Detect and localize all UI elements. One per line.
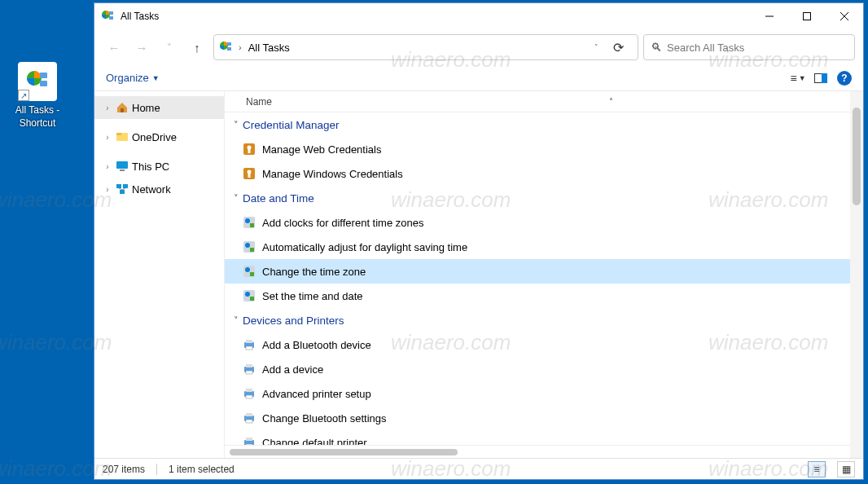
list-item[interactable]: Add a Bluetooth device — [225, 332, 863, 357]
column-header-row[interactable]: Name ˄ — [225, 91, 863, 112]
control-panel-icon — [219, 41, 232, 54]
item-label: Change Bluetooth settings — [262, 412, 387, 425]
vertical-scrollbar[interactable] — [850, 91, 863, 458]
item-type-icon — [243, 167, 256, 180]
group-header[interactable]: ˅Date and Time — [225, 186, 863, 210]
svg-rect-1 — [40, 73, 47, 78]
refresh-button[interactable]: ⟳ — [603, 34, 633, 60]
desktop-icon-label: All Tasks -Shortcut — [7, 104, 68, 130]
chevron-right-icon[interactable]: › — [103, 103, 112, 112]
list-item[interactable]: Add a device — [225, 357, 863, 381]
item-label: Add a device — [262, 363, 323, 376]
group-label: Credential Manager — [243, 119, 340, 131]
list-item[interactable]: Automatically adjust for daylight saving… — [225, 235, 863, 259]
list-item[interactable]: Manage Windows Credentials — [225, 161, 863, 186]
nav-item-label: This PC — [132, 161, 169, 173]
control-panel-icon — [101, 10, 114, 23]
nav-item-this-pc[interactable]: ›This PC — [94, 155, 224, 178]
item-type-icon — [243, 265, 256, 278]
list-item[interactable]: Advanced printer setup — [225, 381, 863, 406]
navigation-pane: ›Home›OneDrive›This PC›Network — [94, 91, 225, 458]
nav-toolbar: ← → ˅ ↑ › All Tasks ˅ ⟳ 🔍︎ — [94, 29, 863, 65]
chevron-down-icon: ▼ — [152, 74, 160, 82]
list-item[interactable]: Set the time and date — [225, 284, 863, 308]
up-button[interactable]: ↑ — [186, 36, 208, 59]
svg-rect-39 — [250, 272, 254, 276]
chevron-down-icon[interactable]: ˅ — [230, 193, 243, 204]
svg-rect-20 — [116, 184, 121, 188]
nav-item-onedrive[interactable]: ›OneDrive — [94, 125, 224, 148]
view-options-button[interactable]: ≡ ▼ — [787, 68, 809, 88]
pc-icon — [116, 160, 129, 173]
chevron-right-icon[interactable]: › — [103, 162, 112, 171]
minimize-button[interactable] — [751, 3, 788, 29]
svg-line-24 — [122, 188, 125, 190]
help-button[interactable]: ? — [837, 71, 852, 86]
column-header-name[interactable]: Name — [241, 96, 603, 108]
group-header[interactable]: ˅Credential Manager — [225, 112, 863, 137]
horizontal-scrollbar[interactable] — [225, 445, 863, 458]
list-item[interactable]: Manage Web Credentials — [225, 137, 863, 161]
search-box[interactable]: 🔍︎ — [643, 34, 855, 60]
svg-point-38 — [245, 267, 250, 272]
breadcrumb-segment[interactable]: All Tasks — [248, 42, 290, 54]
details-view-button[interactable]: ≡ — [808, 461, 826, 477]
group-header[interactable]: ˅Devices and Printers — [225, 308, 863, 332]
svg-rect-17 — [116, 133, 121, 135]
network-icon — [116, 183, 129, 196]
list-item[interactable]: Change Bluetooth settings — [225, 406, 863, 430]
maximize-button[interactable] — [788, 3, 826, 29]
desktop-shortcut-all-tasks[interactable]: ↗ All Tasks -Shortcut — [7, 62, 68, 130]
svg-rect-2 — [40, 81, 47, 86]
item-label: Automatically adjust for daylight saving… — [262, 241, 467, 253]
large-icons-view-button[interactable]: ▦ — [837, 461, 855, 477]
address-dropdown-button[interactable]: ˅ — [594, 43, 598, 51]
nav-item-network[interactable]: ›Network — [94, 178, 224, 200]
svg-rect-7 — [804, 13, 811, 20]
scrollbar-thumb[interactable] — [853, 108, 861, 205]
search-input[interactable] — [667, 42, 848, 54]
list-item[interactable]: Change the time zone — [225, 259, 863, 284]
svg-line-23 — [119, 188, 122, 190]
svg-point-41 — [245, 292, 250, 297]
svg-rect-53 — [246, 413, 252, 416]
chevron-right-icon[interactable]: › — [103, 133, 112, 142]
organize-button[interactable]: Organize ▼ — [106, 72, 160, 84]
svg-rect-50 — [246, 389, 252, 392]
item-type-icon — [243, 363, 256, 376]
titlebar[interactable]: All Tasks — [94, 3, 863, 29]
search-icon: 🔍︎ — [651, 41, 662, 54]
svg-rect-42 — [250, 297, 254, 301]
preview-pane-button[interactable] — [809, 68, 832, 88]
svg-rect-4 — [109, 11, 113, 15]
window-title: All Tasks — [121, 11, 159, 22]
chevron-down-icon[interactable]: ˅ — [230, 315, 243, 326]
chevron-down-icon[interactable]: ˅ — [230, 120, 243, 130]
nav-item-label: OneDrive — [132, 131, 177, 143]
item-type-icon — [243, 411, 256, 425]
item-type-icon — [243, 338, 256, 351]
svg-rect-22 — [120, 190, 125, 194]
scrollbar-thumb[interactable] — [230, 449, 458, 455]
svg-rect-33 — [250, 223, 254, 227]
chevron-right-icon[interactable]: › — [237, 42, 243, 52]
chevron-right-icon[interactable]: › — [103, 185, 112, 194]
svg-rect-48 — [246, 371, 252, 374]
nav-item-home[interactable]: ›Home — [94, 96, 224, 119]
svg-rect-36 — [250, 248, 254, 252]
item-list[interactable]: ˅Credential ManagerManage Web Credential… — [225, 112, 863, 445]
back-button[interactable]: ← — [103, 36, 125, 59]
group-label: Devices and Printers — [243, 315, 344, 327]
recent-locations-button[interactable]: ˅ — [158, 36, 181, 59]
shortcut-arrow-icon: ↗ — [18, 90, 29, 101]
list-item[interactable]: Add clocks for different time zones — [225, 210, 863, 235]
status-bar: 207 items 1 item selected ≡ ▦ — [94, 458, 863, 479]
item-label: Add a Bluetooth device — [262, 339, 371, 351]
status-selection-count: 1 item selected — [169, 464, 235, 475]
svg-rect-21 — [123, 184, 128, 188]
close-button[interactable] — [826, 3, 863, 29]
forward-button[interactable]: → — [130, 36, 153, 59]
list-item[interactable]: Change default printer — [225, 430, 863, 445]
item-label: Add clocks for different time zones — [262, 217, 423, 229]
address-bar[interactable]: › All Tasks ˅ ⟳ — [213, 34, 638, 60]
